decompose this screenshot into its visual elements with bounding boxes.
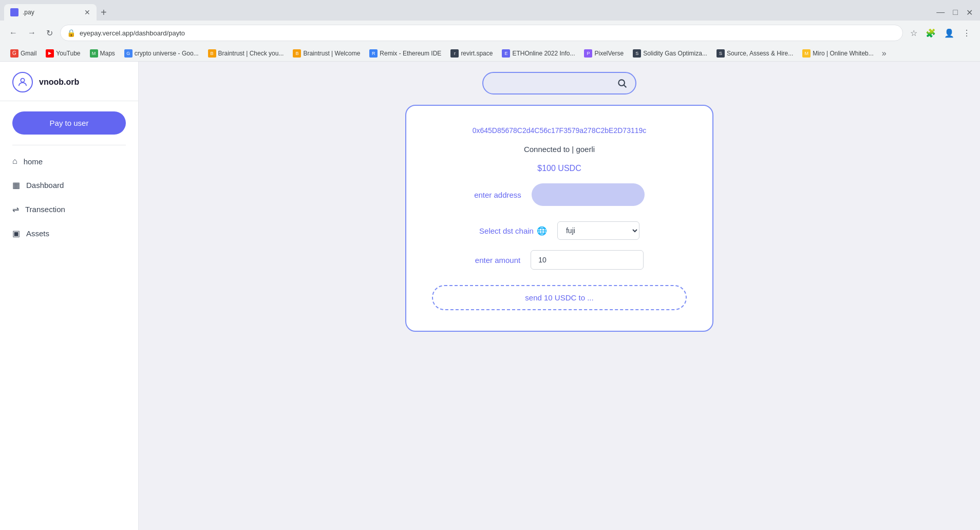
chain-emoji: 🌐 [537,226,547,236]
sidebar-item-home[interactable]: ⌂ home [0,149,138,173]
address-label: enter address [474,191,521,199]
address-bar-row: ← → ↻ 🔒 eyepay.vercel.app/dashboard/payt… [0,21,980,45]
tab-title: .pay [23,9,80,16]
ethonline-favicon: E [502,49,510,58]
bookmark-label: Braintrust | Welcome [303,50,360,57]
bookmark-source[interactable]: S Source, Assess & Hire... [712,48,797,59]
sidebar-nav: ⌂ home ▦ Dashboard ⇌ Transection ▣ Asset… [0,149,138,245]
back-button[interactable]: ← [6,26,21,40]
close-window-button[interactable]: ✕ [963,6,976,20]
username: vnoob.orb [39,78,79,87]
maximize-button[interactable]: □ [950,6,961,20]
app-container: vnoob.orb Pay to user ⌂ home ▦ Dashboard… [0,62,980,530]
sidebar-header: vnoob.orb [0,72,138,101]
solidity-favicon: S [633,49,641,58]
menu-button[interactable]: ⋮ [959,26,974,40]
sidebar-item-label-transaction: Transection [25,205,65,214]
bookmark-solidity[interactable]: S Solidity Gas Optimiza... [629,48,711,59]
braintrust1-favicon: B [208,49,216,58]
bookmark-label: crypto universe - Goo... [135,50,199,57]
svg-point-1 [618,80,625,86]
forward-button[interactable]: → [25,26,39,40]
window-controls: — □ ✕ [933,6,976,20]
bookmark-label: Braintrust | Check you... [218,50,284,57]
sidebar-item-label-assets: Assets [26,229,49,238]
search-button[interactable] [617,78,627,88]
bookmarks-overflow-button[interactable]: » [879,47,890,60]
home-icon: ⌂ [12,157,17,166]
sidebar-divider [12,145,126,145]
bookmark-gmail[interactable]: G Gmail [6,48,41,59]
revirt-favicon: r [450,49,459,58]
svg-line-2 [624,85,627,88]
chain-row: Select dst chain 🌐 fuji goerli mumbai [432,221,687,240]
transaction-icon: ⇌ [12,204,19,214]
bookmark-label: Source, Assess & Hire... [727,50,793,57]
crypto-favicon: G [124,49,133,58]
bookmark-crypto[interactable]: G crypto universe - Goo... [120,48,203,59]
network-info: Connected to | goerli [524,145,595,154]
bookmark-ethonline[interactable]: E ETHOnline 2022 Info... [498,48,579,59]
search-bar [482,72,636,94]
pay-to-user-button[interactable]: Pay to user [12,111,126,135]
assets-icon: ▣ [12,229,20,238]
bookmark-revirt[interactable]: r revirt.space [446,48,497,59]
sidebar-item-transaction[interactable]: ⇌ Transection [0,197,138,221]
pay-card: 0x645D85678C2d4C56c17F3579a278C2bE2D7311… [405,105,713,332]
bookmark-label: Gmail [21,50,36,57]
bookmark-remix[interactable]: R Remix - Ethereum IDE [365,48,445,59]
bookmark-youtube[interactable]: ▶ YouTube [42,48,84,59]
miro-favicon: M [802,49,811,58]
address-input[interactable] [532,183,645,206]
bookmark-label: ETHOnline 2022 Info... [512,50,575,57]
dashboard-icon: ▦ [12,180,20,190]
svg-point-0 [21,79,24,82]
bookmark-pixelverse[interactable]: P PixelVerse [580,48,628,59]
maps-favicon: M [90,49,98,58]
bookmark-label: PixelVerse [594,50,624,57]
profile-button[interactable]: 👤 [941,26,957,40]
address-bar[interactable]: 🔒 eyepay.vercel.app/dashboard/payto [60,25,903,41]
bookmark-label: YouTube [56,50,80,57]
browser-chrome: .pay ✕ + — □ ✕ ← → ↻ 🔒 eyepay.vercel.app… [0,0,980,62]
bookmark-star-button[interactable]: ☆ [907,26,920,40]
bookmark-miro[interactable]: M Miro | Online Whiteb... [798,48,878,59]
balance-display: $100 USDC [537,164,581,173]
gmail-favicon: G [10,49,18,58]
bookmark-label: Remix - Ethereum IDE [380,50,441,57]
lock-icon: 🔒 [67,29,76,37]
tab-bar: .pay ✕ + — □ ✕ [0,0,980,21]
search-input[interactable] [492,79,613,87]
address-row: enter address [432,183,687,206]
active-tab[interactable]: .pay ✕ [4,4,97,21]
address-bar-actions: ☆ 🧩 👤 ⋮ [907,26,974,40]
avatar [12,72,33,92]
url-text: eyepay.vercel.app/dashboard/payto [80,29,896,37]
bookmark-braintrust1[interactable]: B Braintrust | Check you... [204,48,288,59]
remix-favicon: R [369,49,378,58]
source-favicon: S [717,49,725,58]
braintrust2-favicon: B [293,49,301,58]
new-tab-button[interactable]: + [97,7,111,18]
bookmark-label: Maps [100,50,115,57]
sidebar: vnoob.orb Pay to user ⌂ home ▦ Dashboard… [0,62,139,530]
send-button[interactable]: send 10 USDC to ... [432,285,687,310]
chain-label: Select dst chain 🌐 [479,226,547,236]
search-container [482,72,636,94]
amount-row: enter amount [432,250,687,270]
sidebar-item-label-home: home [24,157,43,166]
sidebar-item-dashboard[interactable]: ▦ Dashboard [0,173,138,197]
wallet-address: 0x645D85678C2d4C56c17F3579a278C2bE2D7311… [473,126,647,135]
main-content: 0x645D85678C2d4C56c17F3579a278C2bE2D7311… [139,62,980,530]
extensions-button[interactable]: 🧩 [922,26,939,40]
amount-label: enter amount [475,256,520,264]
amount-input[interactable] [531,250,644,270]
bookmark-braintrust2[interactable]: B Braintrust | Welcome [289,48,364,59]
bookmark-maps[interactable]: M Maps [86,48,119,59]
tab-close-button[interactable]: ✕ [84,8,90,16]
chain-select[interactable]: fuji goerli mumbai [557,221,639,240]
youtube-favicon: ▶ [46,49,54,58]
minimize-button[interactable]: — [933,6,948,20]
sidebar-item-assets[interactable]: ▣ Assets [0,221,138,245]
reload-button[interactable]: ↻ [43,26,56,40]
